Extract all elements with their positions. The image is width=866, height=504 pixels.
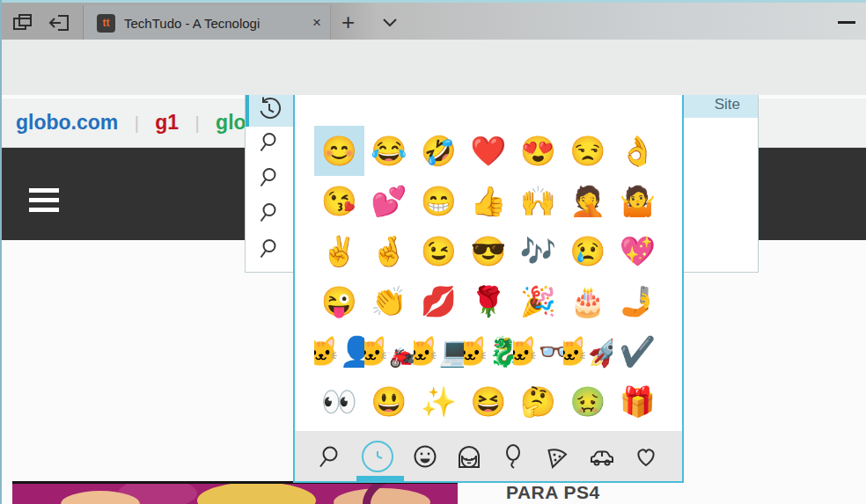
tab-favicon: tt [97, 14, 115, 33]
emoji-tears-of-joy[interactable]: 😂 [364, 126, 415, 176]
emoji-clapping-hands[interactable]: 👏 [364, 276, 415, 326]
emoji-party-popper[interactable]: 🎉 [513, 276, 563, 326]
tab-close-icon[interactable]: × [312, 5, 321, 40]
emoji-gift[interactable]: 🎁 [613, 376, 663, 427]
set-tabs-aside-icon[interactable] [48, 11, 70, 34]
new-tab-button[interactable]: + [341, 4, 355, 40]
emoji-ninja-cat[interactable]: 🐱‍👤 [314, 326, 364, 376]
search-icon[interactable] [260, 201, 281, 223]
tab-title: TechTudo - A Tecnologi [124, 5, 300, 42]
emoji-category-recent-icon[interactable] [362, 441, 393, 472]
emoji-thumbs-up[interactable]: 👍 [464, 176, 514, 226]
emoji-dino-cat[interactable]: 🐱‍🐉 [464, 326, 514, 376]
search-icon[interactable] [260, 237, 281, 259]
emoji-nauseated-face[interactable]: 🤢 [563, 376, 613, 427]
emoji-ok-hand[interactable]: 👌 [613, 126, 663, 176]
emoji-hacker-cat[interactable]: 🐱‍💻 [414, 326, 464, 376]
emoji-squinting-laugh[interactable]: 😆 [464, 376, 514, 427]
emoji-category-heart-icon[interactable] [633, 443, 659, 470]
emoji-musical-notes[interactable]: 🎶 [513, 226, 563, 276]
emoji-kiss-mark[interactable]: 💋 [414, 276, 464, 326]
minimize-button[interactable] [834, 13, 859, 31]
emoji-two-hearts[interactable]: 💕 [364, 176, 415, 226]
emoji-rofl[interactable]: 🤣 [414, 126, 464, 176]
search-icon[interactable] [260, 166, 281, 187]
link-g1[interactable]: g1 [155, 111, 179, 134]
emoji-winking-face[interactable]: 😉 [414, 226, 464, 276]
window-border [0, 0, 2, 504]
emoji-unamused[interactable]: 😒 [563, 126, 613, 176]
link-separator: | [135, 113, 139, 133]
navigation-bar [0, 40, 866, 95]
emoji-category-balloon-icon[interactable] [500, 443, 526, 470]
emoji-raising-hands[interactable]: 🙌 [513, 176, 563, 226]
search-icon[interactable] [260, 131, 281, 152]
emoji-category-bar [295, 431, 682, 481]
article-thumbnail[interactable] [12, 481, 458, 504]
link-globo-com[interactable]: globo.com [16, 111, 118, 134]
emoji-grid: 😊😂🤣❤️😍😒👌😘💕😁👍🙌🤦🤷✌️🤞😉😎🎶😢💖😜👏💋🌹🎉🎂🤳🐱‍👤🐱‍🏍🐱‍💻🐱… [314, 126, 664, 427]
active-category-indicator [356, 476, 404, 481]
history-icon[interactable] [257, 97, 282, 121]
emoji-picker-panel: 😊😂🤣❤️😍😒👌😘💕😁👍🙌🤦🤷✌️🤞😉😎🎶😢💖😜👏💋🌹🎉🎂🤳🐱‍👤🐱‍🏍🐱‍💻🐱… [293, 84, 684, 483]
link-separator: | [195, 113, 200, 133]
emoji-rose[interactable]: 🌹 [464, 276, 514, 326]
emoji-selfie[interactable]: 🤳 [613, 276, 663, 326]
emoji-sunglasses-face[interactable]: 😎 [464, 226, 514, 276]
emoji-heart-eyes[interactable]: 😍 [513, 126, 563, 176]
emoji-birthday-cake[interactable]: 🎂 [563, 276, 613, 326]
emoji-blowing-kiss[interactable]: 😘 [314, 176, 364, 226]
emoji-sparkles[interactable]: ✨ [414, 376, 464, 427]
emoji-shrug[interactable]: 🤷 [613, 176, 663, 226]
emoji-hipster-cat[interactable]: 🐱‍👓 [513, 326, 563, 376]
emoji-sparkling-heart[interactable]: 💖 [613, 226, 663, 276]
emoji-crying-face[interactable]: 😢 [563, 226, 613, 276]
emoji-check-mark[interactable]: ✔️ [613, 326, 663, 376]
emoji-category-pizza-icon[interactable] [544, 443, 570, 470]
emoji-smiling-face-smiling-eyes[interactable]: 😊 [314, 126, 364, 176]
emoji-crossed-fingers[interactable]: 🤞 [364, 226, 415, 276]
tab-preview-icon[interactable] [11, 11, 34, 34]
emoji-category-smileys-icon[interactable] [412, 443, 438, 470]
emoji-red-heart[interactable]: ❤️ [464, 126, 514, 176]
tab-techtudo[interactable]: tt TechTudo - A Tecnologi × [84, 5, 331, 42]
tab-bar: tt TechTudo - A Tecnologi × + [0, 0, 866, 40]
emoji-grinning-face[interactable]: 😃 [364, 376, 415, 427]
emoji-thinking-face[interactable]: 🤔 [513, 376, 563, 427]
emoji-beaming-face[interactable]: 😁 [414, 176, 464, 226]
emoji-facepalm[interactable]: 🤦 [563, 176, 613, 226]
emoji-astro-cat[interactable]: 🐱‍🚀 [563, 326, 613, 376]
chevron-down-icon[interactable] [382, 18, 398, 27]
emoji-stunt-cat[interactable]: 🐱‍🏍 [364, 326, 415, 376]
emoji-category-people-icon[interactable] [456, 443, 482, 470]
emoji-category-search-icon[interactable] [318, 443, 344, 470]
article-headline[interactable]: PARA PS4 [506, 482, 600, 503]
emoji-winking-tongue[interactable]: 😜 [314, 276, 364, 326]
hamburger-menu-icon[interactable] [29, 188, 59, 212]
emoji-victory-hand[interactable]: ✌️ [314, 226, 364, 276]
emoji-eyes[interactable]: 👀 [314, 376, 364, 427]
emoji-category-car-icon[interactable] [589, 443, 615, 470]
